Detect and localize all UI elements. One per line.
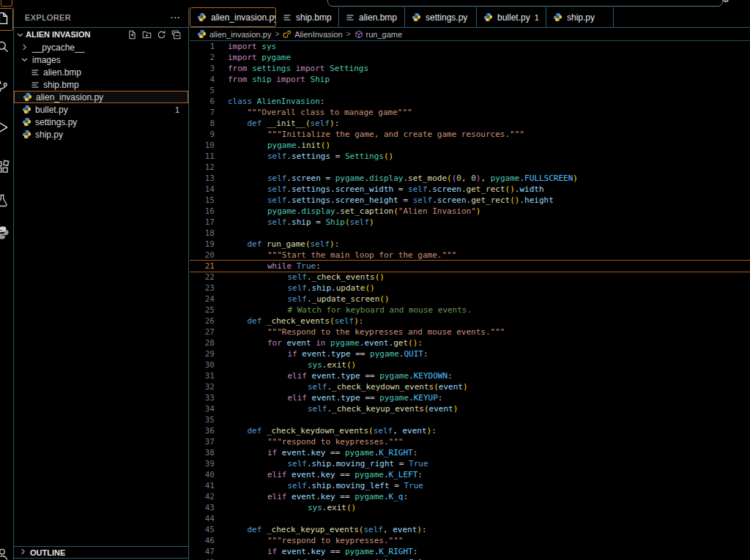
line-number[interactable]: 35 <box>190 414 223 425</box>
line-number[interactable]: 48 <box>190 557 223 560</box>
line-number[interactable]: 30 <box>190 359 223 370</box>
line-number[interactable]: 13 <box>190 173 223 184</box>
workspace-section-header[interactable]: ALIEN INVASION <box>14 28 188 41</box>
line-number[interactable]: 22 <box>190 272 223 283</box>
outline-section-header[interactable]: OUTLINE <box>14 546 188 559</box>
line-number[interactable]: 26 <box>190 316 223 326</box>
tab-settings.py[interactable]: settings.py <box>405 7 477 27</box>
code-line-47[interactable]: 47if event.key == pygame.K_RIGHT: <box>190 546 750 557</box>
code-line-23[interactable]: 23self.ship.update() <box>190 283 750 294</box>
line-number[interactable]: 34 <box>190 403 223 414</box>
tree-item-ship.bmp[interactable]: ship.bmp <box>14 78 188 91</box>
line-number[interactable]: 28 <box>190 337 223 348</box>
tree-item-images[interactable]: images <box>14 53 188 66</box>
code-line-48[interactable]: 48self.ship.moving_right = False <box>190 557 750 560</box>
testing-icon[interactable] <box>0 193 12 211</box>
line-number[interactable]: 27 <box>190 326 223 337</box>
new-file-icon[interactable] <box>127 30 137 40</box>
line-number[interactable]: 44 <box>190 513 223 524</box>
breadcrumb-item-AlienInvasion[interactable]: AlienInvasion <box>283 30 342 39</box>
code-line-20[interactable]: 20"""Start the main loop for the game.""… <box>190 250 750 261</box>
code-line-3[interactable]: 3from settings import Settings <box>190 63 750 74</box>
tree-item-__pycache__[interactable]: __pycache__ <box>14 41 188 53</box>
code-line-21[interactable]: 21while True: <box>190 260 750 272</box>
line-number[interactable]: 43 <box>190 502 223 513</box>
code-line-33[interactable]: 33elif event.type == pygame.KEYUP: <box>190 392 750 403</box>
tree-item-alien.bmp[interactable]: alien.bmp <box>14 66 188 78</box>
line-number[interactable]: 12 <box>190 162 223 173</box>
line-number[interactable]: 19 <box>190 239 223 250</box>
tab-alien_invasion.py[interactable]: alien_invasion.py× <box>190 7 276 27</box>
line-number[interactable]: 41 <box>190 480 223 491</box>
code-line-5[interactable]: 5 <box>190 85 750 96</box>
code-line-32[interactable]: 32self._check_keydown_events(event) <box>190 381 750 392</box>
line-number[interactable]: 14 <box>190 184 223 195</box>
code-line-37[interactable]: 37"""respond to keypresses.""" <box>190 436 750 447</box>
code-line-34[interactable]: 34self._check_keyup_events(event) <box>190 403 750 414</box>
code-line-2[interactable]: 2import pygame <box>190 52 750 63</box>
line-number[interactable]: 8 <box>190 118 223 129</box>
code-line-26[interactable]: 26def _check_events(self): <box>190 316 750 326</box>
line-number[interactable]: 16 <box>190 206 223 217</box>
code-line-22[interactable]: 22self._check_events() <box>190 272 750 283</box>
code-line-27[interactable]: 27"""Respond to the keypresses and mouse… <box>190 326 750 337</box>
line-number[interactable]: 20 <box>190 250 223 261</box>
line-number[interactable]: 21 <box>190 261 223 272</box>
tree-item-bullet.py[interactable]: bullet.py1 <box>14 103 188 116</box>
code-line-41[interactable]: 41self.ship.moving_left = True <box>190 480 750 491</box>
code-line-31[interactable]: 31elif event.type == pygame.KEYDOWN: <box>190 370 750 381</box>
code-line-45[interactable]: 45def _check_keyup_events(self, event): <box>190 524 750 535</box>
line-number[interactable]: 23 <box>190 283 223 294</box>
code-line-42[interactable]: 42elif event.key == pygame.K_q: <box>190 491 750 502</box>
tab-bullet.py[interactable]: bullet.py1 <box>477 7 546 27</box>
code-line-29[interactable]: 29if event.type == pygame.QUIT: <box>190 348 750 359</box>
line-number[interactable]: 1 <box>190 41 223 52</box>
tab-alien.bmp[interactable]: alien.bmp <box>339 7 405 27</box>
code-line-19[interactable]: 19def run_game(self): <box>190 239 750 250</box>
tree-item-alien_invasion.py[interactable]: alien_invasion.py <box>14 91 188 103</box>
code-line-13[interactable]: 13self.screen = pygame.display.set_mode(… <box>190 173 750 184</box>
line-number[interactable]: 3 <box>190 63 223 74</box>
code-line-24[interactable]: 24self._update_screen() <box>190 294 750 305</box>
refresh-icon[interactable] <box>157 30 166 40</box>
code-line-6[interactable]: 6class AlienInvasion: <box>190 96 750 107</box>
line-number[interactable]: 2 <box>190 52 223 63</box>
code-line-9[interactable]: 9"""Initialize the game, and create game… <box>190 129 750 140</box>
line-number[interactable]: 45 <box>190 524 223 535</box>
code-line-30[interactable]: 30sys.exit() <box>190 359 750 370</box>
tree-item-settings.py[interactable]: settings.py <box>14 116 188 128</box>
code-line-15[interactable]: 15self.settings.screen_height = self.scr… <box>190 195 750 206</box>
code-line-10[interactable]: 10pygame.init() <box>190 140 750 151</box>
code-line-38[interactable]: 38if event.key == pygame.K_RIGHT: <box>190 447 750 458</box>
line-number[interactable]: 7 <box>190 107 223 118</box>
line-number[interactable]: 15 <box>190 195 223 206</box>
run-debug-icon[interactable] <box>0 120 12 138</box>
source-control-icon[interactable] <box>0 79 12 97</box>
line-number[interactable]: 33 <box>190 392 223 403</box>
line-number[interactable]: 6 <box>190 96 223 107</box>
line-number[interactable]: 40 <box>190 469 223 480</box>
extensions-icon[interactable] <box>0 160 12 177</box>
code-line-4[interactable]: 4from ship import Ship <box>190 74 750 85</box>
code-line-16[interactable]: 16pygame.display.set_caption("Alien Inva… <box>190 206 750 217</box>
line-number[interactable]: 37 <box>190 436 223 447</box>
line-number[interactable]: 25 <box>190 305 223 316</box>
code-line-8[interactable]: 8def __init__(self): <box>190 118 750 129</box>
tree-item-ship.py[interactable]: ship.py <box>14 128 188 141</box>
code-line-35[interactable]: 35 <box>190 414 750 425</box>
line-number[interactable]: 38 <box>190 447 223 458</box>
breadcrumb-item-run_game[interactable]: run_game <box>354 30 403 39</box>
line-number[interactable]: 18 <box>190 228 223 239</box>
tab-ship.bmp[interactable]: ship.bmp <box>276 7 339 27</box>
collapse-all-icon[interactable] <box>171 30 181 40</box>
line-number[interactable]: 24 <box>190 294 223 305</box>
code-line-17[interactable]: 17self.ship = Ship(self) <box>190 217 750 228</box>
new-folder-icon[interactable] <box>142 30 152 40</box>
code-line-25[interactable]: 25# Watch for keyboard and mouse events. <box>190 305 750 316</box>
line-number[interactable]: 31 <box>190 370 223 381</box>
code-line-7[interactable]: 7"""Overall class to manage game""" <box>190 107 750 118</box>
code-line-46[interactable]: 46"""respond to keypresses.""" <box>190 535 750 546</box>
code-line-40[interactable]: 40elif event.key == pygame.K_LEFT: <box>190 469 750 480</box>
line-number[interactable]: 36 <box>190 425 223 436</box>
breadcrumb-item-alien_invasion.py[interactable]: alien_invasion.py <box>197 29 271 39</box>
